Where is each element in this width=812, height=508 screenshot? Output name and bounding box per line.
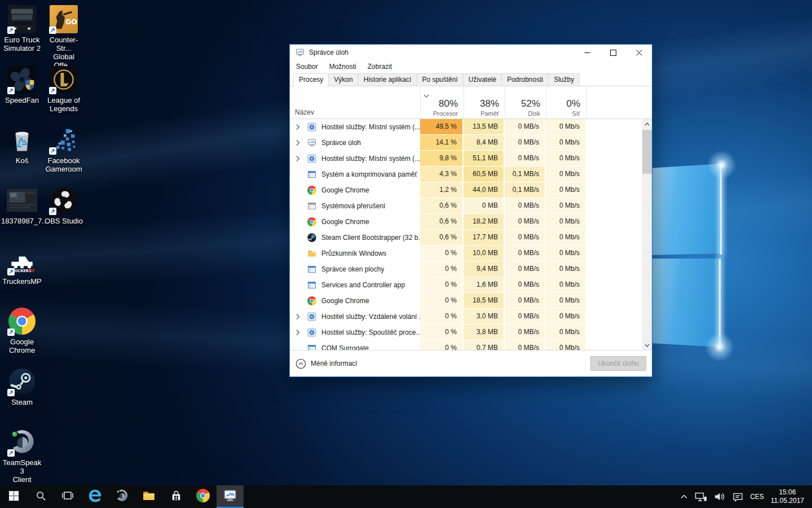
process-name: Průzkumník Windows: [321, 249, 386, 257]
desktop-icon-kos-recycle-bin[interactable]: Koš: [1, 125, 43, 165]
process-row-6[interactable]: Systémová přerušení0,6 %0 MB0 MB/s0 Mb/s: [290, 198, 642, 214]
desktop-icon-speedfan[interactable]: SpeedFan: [1, 65, 43, 104]
tab-uzivatele[interactable]: Uživatelé: [463, 73, 502, 86]
close-button[interactable]: [626, 45, 652, 60]
tab-podrobnosti[interactable]: Podrobnosti: [501, 73, 549, 86]
network-cell: 0 Mb/s: [546, 325, 586, 340]
scroll-down-button[interactable]: [642, 340, 652, 350]
process-row-4[interactable]: Systém a komprimovaná paměť4,3 %60,5 MB0…: [290, 167, 642, 182]
desktop-icon-image-18378987[interactable]: 18378987_7...: [1, 186, 43, 225]
tab-sluzby[interactable]: Služby: [548, 73, 580, 86]
clock[interactable]: 15:06 11.05.2017: [767, 488, 807, 505]
desktop: Euro Truck Simulator 2GOCounter-Str... G…: [0, 0, 812, 485]
folder-process-icon: [307, 249, 316, 258]
tab-po-spusteni[interactable]: Po spuštění: [416, 73, 463, 86]
expand-chevron-icon[interactable]: [295, 124, 303, 130]
less-info-toggle[interactable]: Méně informací: [295, 358, 358, 369]
menu-zobrazit[interactable]: Zobrazit: [362, 63, 398, 71]
tab-historie-aplikaci[interactable]: Historie aplikací: [358, 73, 417, 86]
taskbar-start-button[interactable]: [0, 485, 27, 508]
process-row-15[interactable]: COM Surrogate0 %0,7 MB0 MB/s0 Mb/s: [290, 340, 642, 350]
process-row-10[interactable]: Správce oken plochy0 %9,4 MB0 MB/s0 Mb/s: [290, 261, 642, 277]
expand-chevron-icon[interactable]: [295, 139, 303, 146]
speedfan-icon: [1, 65, 43, 94]
tray-chevron-up-icon[interactable]: [677, 485, 691, 508]
store-icon: [170, 490, 182, 504]
taskbar-chrome-button[interactable]: [189, 485, 217, 508]
desktop-icon-league-of-legends[interactable]: League of Legends: [43, 65, 85, 113]
process-row-8[interactable]: Steam Client Bootstrapper (32 b...0,6 %1…: [290, 230, 642, 246]
maximize-button[interactable]: [600, 45, 626, 60]
notification-icon[interactable]: [729, 485, 747, 508]
column-header-memory[interactable]: 38% Paměť: [464, 86, 505, 119]
scrollbar-thumb[interactable]: [642, 130, 652, 174]
scroll-up-button[interactable]: [642, 119, 652, 129]
desktop-icon-facebook-gameroom[interactable]: Facebook Gameroom: [43, 125, 85, 173]
expand-chevron-icon[interactable]: [295, 155, 303, 162]
tab-vykon[interactable]: Výkon: [328, 73, 358, 86]
cpu-cell: 0 %: [420, 293, 464, 309]
process-row-12[interactable]: Google Chrome0 %18,5 MB0 MB/s0 Mb/s: [290, 293, 642, 309]
process-row-7[interactable]: Google Chrome0,6 %18,2 MB0 MB/s0 Mb/s: [290, 214, 642, 230]
chrome-process-icon: [307, 186, 316, 195]
column-header-network[interactable]: 0% Síť: [546, 86, 586, 119]
taskbar-store-button[interactable]: [162, 485, 189, 508]
window-titlebar[interactable]: Správce úloh: [290, 45, 652, 60]
tab-bar: ProcesyVýkonHistorie aplikacíPo spuštění…: [290, 73, 652, 86]
process-row-13[interactable]: Hostitel služby: Vzdálené volání ...0 %3…: [290, 309, 642, 325]
taskbar-search-button[interactable]: [27, 485, 54, 508]
desktop-icon-teamspeak-3-client[interactable]: TeamSpeak 3 Client: [1, 427, 43, 484]
desktop-icon-label: TeamSpeak 3 Client: [1, 458, 43, 484]
process-name-cell: Hostitel služby: Vzdálené volání ...: [290, 309, 420, 325]
process-name-cell: Services and Controller app: [290, 277, 420, 293]
language-indicator[interactable]: CES: [747, 485, 767, 508]
process-name-cell: Hostitel služby: Místní systém (...: [290, 151, 420, 167]
process-name-cell: Hostitel služby: Spouštěč proce...: [290, 325, 420, 340]
network-cell: 0 Mb/s: [546, 261, 586, 277]
network-icon[interactable]: [691, 485, 710, 508]
edge-icon: [87, 488, 103, 506]
desktop-icon-steam[interactable]: Steam: [1, 367, 43, 406]
expand-placeholder: [295, 218, 303, 225]
expand-chevron-icon[interactable]: [295, 313, 303, 320]
taskbar-file-explorer-button[interactable]: [135, 485, 162, 508]
minimize-button[interactable]: [574, 45, 600, 60]
taskbar-task-manager-button[interactable]: [217, 485, 244, 508]
end-task-button[interactable]: Ukončit úlohu: [590, 356, 646, 371]
desktop-icon-obs-studio[interactable]: OBS Studio: [43, 186, 85, 225]
expand-placeholder: [295, 345, 303, 350]
process-row-11[interactable]: Services and Controller app0 %1,6 MB0 MB…: [290, 277, 642, 293]
desktop-icon-euro-truck-simulator-2[interactable]: Euro Truck Simulator 2: [1, 5, 43, 52]
menu-moznosti[interactable]: Možnosti: [324, 63, 362, 71]
process-row-14[interactable]: Hostitel služby: Spouštěč proce...0 %3,8…: [290, 325, 642, 340]
cpu-cell: 0,6 %: [420, 230, 464, 246]
taskbar-edge-button[interactable]: [81, 485, 108, 508]
process-name-cell: Google Chrome: [290, 214, 420, 230]
taskbar-teamspeak-button[interactable]: [108, 485, 135, 508]
column-header-disk[interactable]: 52% Disk: [505, 86, 546, 119]
disk-cell: 0 MB/s: [505, 277, 546, 293]
process-row-5[interactable]: Google Chrome1,2 %44,0 MB0,1 MB/s0 Mb/s: [290, 182, 642, 198]
process-row-1[interactable]: Hostitel služby: Místní systém (...49,5 …: [290, 119, 642, 135]
process-row-2[interactable]: Správce úloh14,1 %8,4 MB0 MB/s0 Mb/s: [290, 135, 642, 151]
cpu-cell: 0 %: [420, 340, 464, 350]
wingray-process-icon: [307, 202, 316, 211]
vertical-scrollbar[interactable]: [642, 119, 652, 350]
menu-soubor[interactable]: Soubor: [290, 63, 324, 71]
cpu-cell: 0,6 %: [420, 214, 464, 230]
process-row-9[interactable]: Průzkumník Windows0 %10,0 MB0 MB/s0 Mb/s: [290, 246, 642, 261]
process-row-3[interactable]: Hostitel služby: Místní systém (...9,8 %…: [290, 151, 642, 167]
taskbar-task-view-button[interactable]: [54, 485, 81, 508]
process-name: Správce oken plochy: [321, 265, 384, 273]
expand-chevron-icon[interactable]: [295, 329, 303, 336]
volume-icon[interactable]: [710, 485, 729, 508]
league-of-legends-icon: [43, 65, 85, 94]
desktop-icon-truckersmp[interactable]: TRUCKERSMPTruckersMP: [1, 246, 43, 286]
column-header-name[interactable]: Název: [290, 86, 420, 119]
tab-procesy[interactable]: Procesy: [293, 73, 329, 86]
memory-cell: 13,5 MB: [464, 119, 505, 135]
desktop-icon-google-chrome[interactable]: Google Chrome: [1, 306, 43, 354]
desktop-icon-counter-strike-go[interactable]: GOCounter-Str... Global Offe...: [43, 5, 85, 69]
svchost-process-icon: [307, 328, 316, 337]
disk-cell: 0 MB/s: [505, 261, 546, 277]
